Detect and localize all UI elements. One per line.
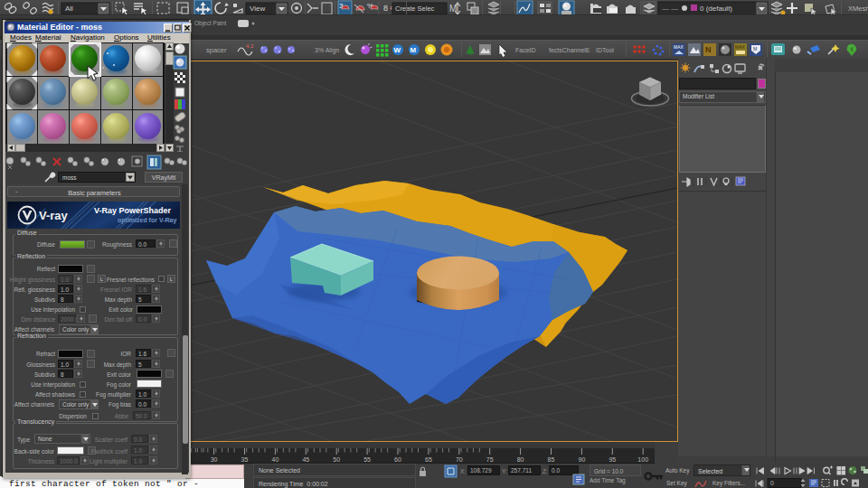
svg-text:M: M: [449, 4, 457, 14]
svg-text:XMesh Sav: XMesh Sav: [848, 5, 868, 13]
svg-text:M: M: [410, 46, 417, 54]
svg-text:V-ray: V-ray: [39, 209, 69, 222]
svg-text:75: 75: [486, 456, 494, 463]
svg-text:85: 85: [548, 456, 555, 463]
svg-text:65: 65: [425, 456, 432, 463]
svg-text:45: 45: [302, 456, 309, 463]
svg-text:FaceID: FaceID: [515, 47, 536, 53]
svg-text:55: 55: [363, 456, 371, 463]
svg-text:60: 60: [394, 456, 401, 463]
svg-text:50: 50: [333, 456, 340, 463]
svg-text:optimized for V-Ray: optimized for V-Ray: [118, 217, 176, 224]
svg-text:3% Align: 3% Align: [315, 47, 339, 54]
svg-text:N: N: [705, 45, 712, 54]
svg-text:— —: — —: [662, 5, 678, 13]
svg-text:35: 35: [241, 456, 249, 463]
svg-text:M: M: [753, 46, 757, 52]
svg-text:40: 40: [272, 456, 279, 463]
svg-text:fectsChannelE: fectsChannelE: [549, 47, 590, 53]
svg-text:8: 8: [383, 4, 388, 13]
svg-text:All: All: [65, 5, 73, 13]
svg-text:spacer: spacer: [206, 46, 227, 54]
svg-text:Create Selec: Create Selec: [395, 5, 435, 13]
svg-text:95: 95: [609, 456, 616, 463]
svg-text:100: 100: [637, 456, 648, 463]
svg-text:4.2: 4.2: [246, 43, 254, 49]
svg-text:0 (default): 0 (default): [700, 5, 732, 13]
svg-text:View: View: [250, 5, 265, 13]
svg-text:80: 80: [517, 456, 524, 463]
svg-text:V-Ray PowerShader: V-Ray PowerShader: [94, 206, 172, 215]
svg-text:W: W: [394, 46, 401, 54]
svg-text:MAX: MAX: [735, 44, 746, 50]
svg-text:MAX: MAX: [674, 44, 684, 50]
svg-text:70: 70: [456, 456, 463, 463]
svg-text:90: 90: [579, 456, 586, 463]
svg-text:IDTool: IDTool: [596, 47, 614, 53]
svg-text:0: 0: [770, 480, 774, 486]
svg-text:30: 30: [211, 456, 218, 463]
